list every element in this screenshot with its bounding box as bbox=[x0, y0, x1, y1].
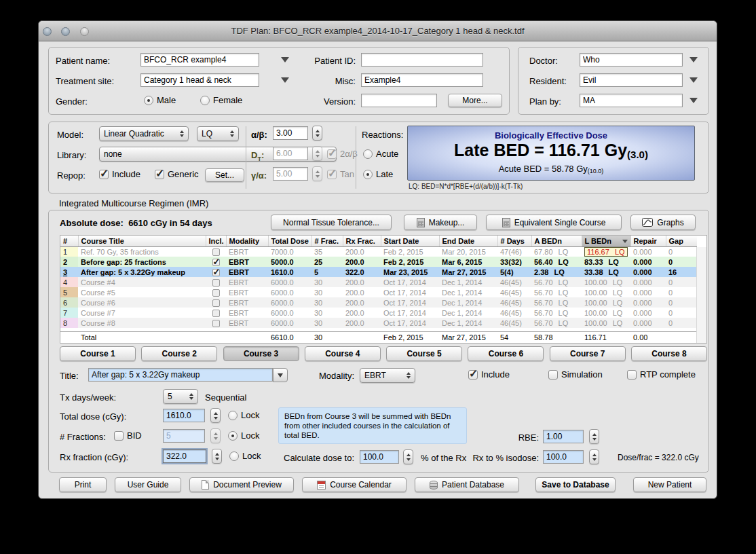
course-calendar-button[interactable]: Course Calendar bbox=[302, 477, 407, 492]
row-include-checkbox[interactable] bbox=[212, 279, 220, 287]
total-dose-input[interactable] bbox=[163, 409, 205, 422]
course-row-4[interactable]: 4Course #4EBRT6000.030200.0Oct 17, 2014D… bbox=[60, 277, 697, 287]
dt-input[interactable] bbox=[273, 147, 308, 160]
gamma-alpha-input[interactable] bbox=[273, 167, 308, 181]
course-row-5[interactable]: 5Course #5EBRT6000.030200.0Oct 17, 2014D… bbox=[60, 287, 697, 297]
new-patient-button[interactable]: New Patient bbox=[633, 477, 706, 492]
course-tab-2[interactable]: Course 2 bbox=[141, 346, 217, 361]
resident-dropdown-icon[interactable] bbox=[689, 77, 698, 83]
simulation-checkbox[interactable]: Simulation bbox=[548, 369, 603, 380]
plan-by-dropdown-icon[interactable] bbox=[689, 98, 698, 103]
column-header-11[interactable]: L BEDn bbox=[582, 236, 630, 246]
course-row-8[interactable]: 8Course #8EBRT6000.030200.0Oct 17, 2014D… bbox=[60, 318, 697, 328]
row-include-checkbox[interactable] bbox=[212, 310, 220, 317]
column-header-2[interactable]: Incl. bbox=[206, 236, 226, 246]
table-scrollbar[interactable] bbox=[696, 247, 706, 343]
course-tab-6[interactable]: Course 6 bbox=[468, 346, 544, 361]
alpha-beta-input[interactable] bbox=[273, 126, 308, 140]
repop-generic-checkbox[interactable]: Generic bbox=[155, 169, 199, 179]
tan-checkbox[interactable]: Tan bbox=[327, 169, 354, 179]
dt-stepper[interactable] bbox=[312, 146, 322, 161]
gender-male-radio[interactable]: Male bbox=[144, 95, 176, 105]
column-header-1[interactable]: Course Title bbox=[78, 236, 206, 246]
bid-checkbox[interactable]: BID bbox=[114, 430, 142, 441]
fractions-stepper[interactable] bbox=[210, 428, 221, 443]
gender-female-radio[interactable]: Female bbox=[200, 95, 242, 105]
patient-id-input[interactable] bbox=[361, 53, 483, 67]
row-include-checkbox[interactable] bbox=[212, 248, 220, 256]
repop-include-checkbox[interactable]: Include bbox=[99, 169, 140, 179]
more-button[interactable]: More... bbox=[448, 94, 502, 107]
course-row-2[interactable]: 2Before gap: 25 fractionsEBRT5000.025200… bbox=[60, 257, 697, 267]
model-short-popup[interactable]: LQ bbox=[197, 126, 239, 141]
rbe-stepper[interactable] bbox=[589, 429, 599, 444]
course-tab-5[interactable]: Course 5 bbox=[386, 346, 462, 361]
column-header-6[interactable]: Rx Frac. bbox=[343, 236, 381, 246]
column-header-0[interactable]: # bbox=[60, 236, 78, 246]
course-tab-1[interactable]: Course 1 bbox=[60, 346, 136, 361]
course-tab-8[interactable]: Course 8 bbox=[631, 346, 707, 361]
fractions-input[interactable] bbox=[163, 429, 205, 443]
column-header-12[interactable]: Repair bbox=[630, 236, 666, 246]
calc-dose-input[interactable] bbox=[360, 450, 399, 464]
course-row-3[interactable]: 3After gap: 5 x 3.22Gy makeupEBRT1610.05… bbox=[60, 267, 697, 277]
model-popup[interactable]: Linear Quadratic bbox=[99, 126, 189, 141]
tx-days-popup[interactable]: 5 bbox=[163, 389, 198, 404]
doctor-input[interactable] bbox=[580, 53, 683, 67]
course-title-input[interactable] bbox=[88, 368, 273, 382]
treatment-site-input[interactable] bbox=[140, 73, 259, 87]
reactions-late-radio[interactable]: Late bbox=[363, 169, 393, 179]
column-header-8[interactable]: End Date bbox=[439, 236, 497, 246]
course-row-6[interactable]: 6Course #6EBRT6000.030200.0Oct 17, 2014D… bbox=[60, 297, 697, 308]
misc-input[interactable] bbox=[361, 73, 483, 87]
calc-dose-stepper[interactable] bbox=[403, 449, 413, 464]
column-header-13[interactable]: Gap bbox=[666, 236, 697, 246]
print-button[interactable]: Print bbox=[59, 477, 107, 492]
resident-input[interactable] bbox=[580, 73, 683, 87]
course-include-checkbox[interactable]: Include bbox=[468, 369, 510, 380]
rbe-input[interactable] bbox=[543, 430, 584, 443]
makeup-button[interactable]: Makeup... bbox=[404, 215, 477, 230]
course-tab-7[interactable]: Course 7 bbox=[550, 346, 626, 361]
total-dose-stepper[interactable] bbox=[210, 408, 221, 423]
column-header-10[interactable]: A BEDn bbox=[531, 236, 582, 246]
modality-popup[interactable]: EBRT bbox=[360, 368, 415, 383]
total-dose-lock-radio[interactable]: Lock bbox=[228, 410, 259, 420]
reactions-acute-radio[interactable]: Acute bbox=[363, 149, 398, 159]
set-button[interactable]: Set... bbox=[205, 168, 244, 182]
course-tab-4[interactable]: Course 4 bbox=[305, 346, 381, 361]
column-header-7[interactable]: Start Date bbox=[381, 236, 439, 246]
row-include-checkbox[interactable] bbox=[212, 299, 220, 307]
row-include-checkbox[interactable] bbox=[212, 289, 220, 297]
doctor-dropdown-icon[interactable] bbox=[689, 57, 698, 62]
plan-by-input[interactable] bbox=[580, 94, 683, 107]
course-row-1[interactable]: 1Ref. 70 Gy, 35 fractionsEBRT7000.035200… bbox=[60, 246, 697, 257]
column-header-3[interactable]: Modality bbox=[226, 236, 268, 246]
user-guide-button[interactable]: User Guide bbox=[115, 477, 181, 492]
row-include-checkbox[interactable] bbox=[212, 269, 220, 276]
course-tab-3[interactable]: Course 3 bbox=[223, 346, 299, 361]
isodose-input[interactable] bbox=[543, 450, 584, 464]
gamma-alpha-stepper[interactable] bbox=[312, 166, 322, 181]
column-header-5[interactable]: # Frac. bbox=[311, 236, 343, 246]
row-include-checkbox[interactable] bbox=[212, 320, 220, 327]
save-to-database-button[interactable]: Save to Database bbox=[535, 477, 616, 492]
graphs-button[interactable]: Graphs bbox=[630, 215, 696, 230]
course-title-dropdown-button[interactable] bbox=[273, 368, 288, 382]
course-row-7[interactable]: 7Course #7EBRT6000.030200.0Oct 17, 2014D… bbox=[60, 308, 697, 318]
row-include-checkbox[interactable] bbox=[212, 259, 220, 266]
isodose-stepper[interactable] bbox=[589, 449, 599, 464]
rx-fraction-lock-radio[interactable]: Lock bbox=[229, 451, 261, 461]
equivalent-single-course-button[interactable]: Equivalent Single Course bbox=[486, 215, 622, 230]
version-input[interactable] bbox=[361, 94, 437, 107]
rx-fraction-input[interactable] bbox=[163, 449, 206, 463]
two-alpha-beta-checkbox[interactable]: 2α/β bbox=[327, 149, 358, 159]
title-bar[interactable]: TDF Plan: BFCO_RCR example4_2014-10-17_C… bbox=[39, 21, 717, 41]
fractions-lock-radio[interactable]: Lock bbox=[228, 430, 259, 441]
column-header-4[interactable]: Total Dose bbox=[268, 236, 311, 246]
document-preview-button[interactable]: Document Preview bbox=[189, 477, 294, 492]
rx-fraction-stepper[interactable] bbox=[212, 449, 222, 464]
patient-name-input[interactable] bbox=[140, 53, 259, 67]
column-header-9[interactable]: # Days bbox=[497, 236, 531, 246]
rtp-complete-checkbox[interactable]: RTP complete bbox=[627, 369, 696, 380]
